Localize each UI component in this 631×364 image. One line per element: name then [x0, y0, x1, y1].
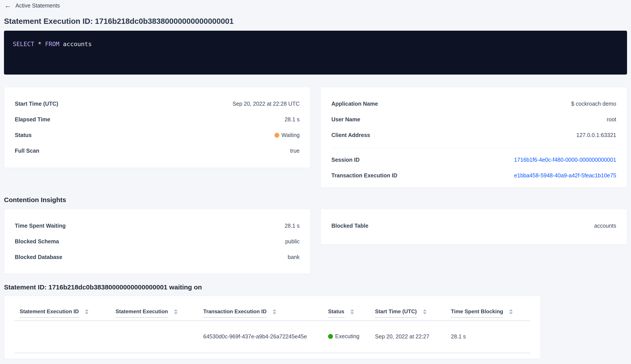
status-text: Waiting	[282, 132, 300, 138]
start-time-row: Start Time (UTC) Sep 20, 2022 at 22:28 U…	[15, 101, 300, 107]
status-row: Status Waiting	[15, 132, 300, 138]
blocked-database-value: bank	[288, 254, 300, 260]
column-label: Start Time (UTC)	[375, 308, 417, 318]
sql-statement-box: SELECT * FROM accounts	[4, 31, 627, 74]
application-name-value: $ cockroach demo	[571, 101, 616, 107]
client-address-row: Client Address 127.0.0.1:63321	[332, 132, 616, 138]
sort-icon[interactable]	[273, 309, 276, 314]
application-name-row: Application Name $ cockroach demo	[332, 101, 616, 107]
sort-icon[interactable]	[174, 309, 178, 314]
contention-cards-row: Time Spent Waiting 28.1 s Blocked Schema…	[4, 209, 627, 274]
client-address-label: Client Address	[332, 132, 370, 138]
status-label: Status	[15, 132, 32, 138]
sort-icon[interactable]	[509, 309, 513, 314]
back-link-label: Active Statements	[16, 2, 60, 9]
waiting-on-table: Statement Execution ID Statement Executi…	[14, 296, 530, 353]
column-label: Statement Execution ID	[20, 308, 79, 318]
cell-transaction-execution-id: 64530d0c-969f-437e-a9b4-26a72245e45e	[198, 321, 323, 353]
full-scan-label: Full Scan	[15, 148, 39, 154]
status-text: Executing	[335, 333, 360, 339]
cell-statement-execution	[110, 321, 198, 353]
column-header-statement-execution-id[interactable]: Statement Execution ID	[14, 296, 110, 321]
blocked-schema-label: Blocked Schema	[15, 238, 59, 244]
cell-start-time: Sep 20, 2022 at 22:27	[370, 321, 446, 353]
user-name-label: User Name	[332, 116, 360, 122]
full-scan-row: Full Scan true	[15, 148, 300, 154]
column-label: Transaction Execution ID	[203, 308, 266, 318]
statement-execution-page: ← Active Statements Statement Execution …	[0, 0, 631, 359]
blocked-table-row: Blocked Table accounts	[332, 223, 616, 229]
sort-icon[interactable]	[85, 309, 88, 314]
waiting-on-heading: Statement ID: 1716b218dc0b38380000000000…	[4, 283, 627, 291]
waiting-on-table-card: Statement Execution ID Statement Executi…	[4, 296, 540, 359]
table-row: 64530d0c-969f-437e-a9b4-26a72245e45e Exe…	[14, 321, 530, 353]
column-label: Status	[328, 308, 344, 318]
user-name-row: User Name root	[332, 116, 616, 122]
sql-keyword-select: SELECT	[13, 40, 34, 48]
back-to-active-statements-link[interactable]: ← Active Statements	[4, 1, 60, 10]
page-title: Statement Execution ID: 1716b218dc0b3838…	[4, 17, 627, 26]
session-details-card: Application Name $ cockroach demo User N…	[320, 87, 627, 188]
column-header-statement-execution[interactable]: Statement Execution	[110, 296, 198, 321]
cell-status: Executing	[323, 321, 370, 353]
client-address-value: 127.0.0.1:63321	[576, 132, 616, 138]
user-name-value: root	[607, 116, 616, 122]
application-name-label: Application Name	[332, 101, 378, 107]
sql-table-name: accounts	[59, 40, 92, 48]
session-id-label: Session ID	[332, 157, 360, 163]
session-card-divider	[332, 148, 616, 148]
cell-statement-execution-id	[14, 321, 110, 353]
transaction-execution-id-row: Transaction Execution ID e1bba458-5948-4…	[332, 172, 616, 178]
blocked-table-value: accounts	[594, 223, 616, 229]
sort-icon[interactable]	[350, 309, 354, 314]
blocked-database-row: Blocked Database bank	[15, 254, 300, 260]
time-spent-waiting-row: Time Spent Waiting 28.1 s	[15, 223, 300, 229]
contention-insights-card: Time Spent Waiting 28.1 s Blocked Schema…	[4, 209, 310, 274]
session-id-link[interactable]: 1716b1f6-4e0c-f480-0000-000000000001	[514, 157, 616, 163]
waiting-status-dot-icon	[274, 133, 279, 138]
column-label: Time Spent Blocking	[451, 308, 503, 318]
column-header-transaction-execution-id[interactable]: Transaction Execution ID	[198, 296, 323, 321]
full-scan-value: true	[290, 148, 300, 154]
table-header-row: Statement Execution ID Statement Executi…	[14, 296, 530, 321]
time-spent-waiting-value: 28.1 s	[284, 223, 300, 229]
sql-text: *	[34, 40, 45, 48]
blocked-table-label: Blocked Table	[332, 223, 368, 229]
column-header-status[interactable]: Status	[323, 296, 370, 321]
execution-details-card: Start Time (UTC) Sep 20, 2022 at 22:28 U…	[4, 87, 310, 168]
column-label: Statement Execution	[116, 308, 168, 318]
session-id-row: Session ID 1716b1f6-4e0c-f480-0000-00000…	[332, 157, 616, 163]
sql-keyword-from: FROM	[45, 40, 59, 48]
contention-insights-heading: Contention Insights	[4, 196, 627, 204]
sort-icon[interactable]	[423, 309, 426, 314]
start-time-label: Start Time (UTC)	[15, 101, 58, 107]
transaction-execution-id-link[interactable]: e1bba458-5948-40a9-a42f-5feac1b10e75	[514, 172, 616, 178]
blocked-table-card: Blocked Table accounts	[320, 209, 627, 245]
blocked-schema-value: public	[285, 238, 300, 244]
time-spent-waiting-label: Time Spent Waiting	[15, 223, 66, 229]
elapsed-time-row: Elapsed Time 28.1 s	[15, 116, 300, 122]
column-header-start-time[interactable]: Start Time (UTC)	[370, 296, 446, 321]
elapsed-time-label: Elapsed Time	[15, 116, 50, 122]
cell-time-spent-blocking: 28.1 s	[446, 321, 530, 353]
blocked-database-label: Blocked Database	[15, 254, 62, 260]
transaction-execution-id-label: Transaction Execution ID	[332, 172, 397, 178]
blocked-schema-row: Blocked Schema public	[15, 238, 300, 244]
start-time-value: Sep 20, 2022 at 22:28 UTC	[232, 101, 300, 107]
details-cards-row: Start Time (UTC) Sep 20, 2022 at 22:28 U…	[4, 87, 627, 188]
elapsed-time-value: 28.1 s	[284, 116, 300, 122]
column-header-time-spent-blocking[interactable]: Time Spent Blocking	[446, 296, 530, 321]
executing-status-dot-icon	[328, 334, 333, 339]
back-arrow-icon: ←	[4, 2, 11, 9]
status-value: Waiting	[274, 132, 300, 138]
